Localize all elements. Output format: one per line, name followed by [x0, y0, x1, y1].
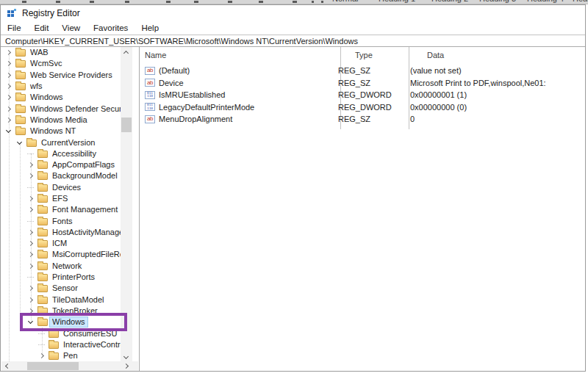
column-header-data[interactable]: Data — [426, 51, 444, 59]
title-bar[interactable]: Registry Editor — [1, 5, 585, 21]
tree-key-label: HostActivityManager — [50, 228, 121, 237]
tree-key-label: Windows Defender Security Ce — [28, 104, 121, 114]
tree-expander-icon[interactable] — [4, 70, 14, 81]
tree-key-row[interactable]: InteractiveControl — [1, 339, 121, 350]
tree-key-row[interactable]: Accessibility — [1, 148, 121, 159]
tree-key-row[interactable]: TokenBroker — [1, 306, 121, 317]
tree-expander-icon[interactable] — [26, 159, 36, 170]
value-name: MenuDropAlignment — [159, 115, 337, 123]
tree-key-label: Windows NT — [28, 126, 78, 136]
tree-expander-icon[interactable] — [26, 193, 36, 204]
tree-expander-icon[interactable] — [26, 294, 36, 306]
tree-vertical-scrollbar[interactable] — [121, 47, 132, 363]
tree-key-label: Pen — [61, 351, 80, 361]
tree-horizontal-scrollbar[interactable] — [1, 361, 138, 371]
tree-expander-icon[interactable] — [26, 170, 36, 181]
folder-icon — [37, 162, 48, 169]
menu-item[interactable]: File — [1, 24, 28, 32]
tree-expander-icon[interactable] — [26, 283, 36, 294]
folder-icon — [37, 240, 48, 247]
tree-key-row[interactable]: Network — [1, 261, 121, 272]
tree-key-row[interactable]: Web Service Providers — [1, 70, 121, 81]
clipped-toolbar-icon — [321, 1, 323, 3]
menu-item[interactable]: Help — [135, 24, 165, 32]
tree-key-row[interactable]: WAB — [1, 47, 121, 58]
tree-expander-icon[interactable] — [26, 227, 36, 238]
registry-value-row[interactable]: Device REG_SZ Microsoft Print to PDF,win… — [140, 77, 585, 90]
registry-path-input[interactable] — [1, 37, 585, 46]
tree-expander-icon[interactable] — [4, 115, 14, 126]
column-header-name[interactable]: Name — [145, 51, 354, 59]
tree-expander-icon[interactable] — [26, 261, 36, 272]
tree-key-row[interactable]: Devices — [1, 182, 121, 193]
folder-icon — [37, 184, 48, 192]
tree-key-label: Network — [50, 261, 84, 271]
tree-key-row[interactable]: Fonts — [1, 215, 121, 226]
tree-expander-icon[interactable] — [26, 148, 36, 159]
clipped-toolbar-icon — [293, 1, 297, 3]
key-tree-panel: WAB WcmSvc Web Service Providers — [1, 47, 140, 371]
menu-item[interactable]: Edit — [28, 24, 56, 32]
tree-expander-icon[interactable] — [37, 339, 47, 350]
tree-key-row[interactable]: Windows — [1, 92, 121, 103]
tree-expander-icon[interactable] — [4, 92, 14, 103]
tree-key-row[interactable]: Windows Defender Security Ce — [1, 103, 121, 114]
tree-key-row[interactable]: ICM — [1, 238, 121, 249]
tree-expander-icon[interactable] — [4, 81, 14, 92]
horizontal-scroll-thumb[interactable] — [27, 362, 79, 370]
tree-expander-icon[interactable] — [26, 182, 36, 193]
tree-key-row[interactable]: AppCompatFlags — [1, 159, 121, 170]
tree-expander-icon[interactable] — [4, 104, 14, 115]
tree-key-row[interactable]: BackgroundModel — [1, 170, 121, 181]
registry-value-row[interactable]: (Default) REG_SZ (value not set) — [140, 65, 585, 77]
clipped-toolbar-icon — [259, 1, 263, 3]
tree-expander-icon[interactable] — [4, 126, 14, 137]
tree-key-row[interactable]: HostActivityManager — [1, 227, 121, 238]
tree-key-row[interactable]: ConsumerESU — [1, 328, 121, 339]
tree-key-label: Sensor — [50, 283, 80, 293]
column-header-type[interactable]: Type — [354, 51, 426, 59]
tree-key-row[interactable]: Font Management — [1, 204, 121, 215]
folder-icon — [15, 72, 26, 79]
clipped-toolbar-icon — [194, 1, 198, 3]
tree-key-label: InteractiveControl — [61, 340, 121, 350]
scroll-right-arrow[interactable] — [121, 361, 132, 371]
tree-key-row[interactable]: Pen — [1, 350, 121, 361]
scroll-up-arrow[interactable] — [121, 47, 132, 58]
tree-key-row[interactable]: Sensor — [1, 283, 121, 294]
tree-key-row[interactable]: WcmSvc — [1, 58, 121, 69]
tree-expander-icon[interactable] — [26, 306, 36, 317]
registry-value-row[interactable]: IsMRUEstablished REG_DWORD 0x00000001 (1… — [140, 89, 585, 101]
tree-key-label: Windows — [50, 317, 87, 327]
main-area: WAB WcmSvc Web Service Providers — [1, 47, 585, 371]
menu-item[interactable]: Favorites — [87, 24, 135, 32]
menu-item[interactable]: View — [55, 24, 87, 32]
tree-expander-icon[interactable] — [15, 137, 25, 148]
tree-key-row[interactable]: CurrentVersion — [1, 137, 121, 148]
tree-key-row[interactable]: PrinterPorts — [1, 272, 121, 283]
tree-key-row[interactable]: Windows Media — [1, 115, 121, 126]
tree-key-row[interactable]: Windows — [1, 317, 121, 328]
tree-key-row[interactable]: MsiCorruptedFileRecovery — [1, 249, 121, 260]
tree-key-row[interactable]: EFS — [1, 193, 121, 204]
tree-expander-icon[interactable] — [26, 249, 36, 260]
tree-key-row[interactable]: Windows NT — [1, 126, 121, 137]
scroll-left-arrow[interactable] — [1, 361, 12, 371]
tree-expander-icon[interactable] — [4, 58, 14, 69]
tree-expander-icon[interactable] — [26, 317, 36, 328]
tree-expander-icon[interactable] — [26, 204, 36, 215]
background-style-label: Heading 3 — [479, 0, 516, 3]
tree-expander-icon[interactable] — [37, 328, 47, 339]
clipped-toolbar-icon — [90, 1, 94, 3]
tree-key-row[interactable]: wfs — [1, 81, 121, 92]
tree-expander-icon[interactable] — [26, 238, 36, 249]
tree-expander-icon[interactable] — [26, 272, 36, 283]
tree-key-row[interactable]: TileDataModel — [1, 294, 121, 306]
registry-value-row[interactable]: LegacyDefaultPrinterMode REG_DWORD 0x000… — [140, 101, 585, 114]
tree-expander-icon[interactable] — [4, 47, 14, 58]
registry-value-row[interactable]: MenuDropAlignment REG_SZ 0 — [140, 113, 585, 126]
tree-expander-icon[interactable] — [37, 350, 47, 361]
vertical-scroll-thumb[interactable] — [121, 118, 132, 132]
tree-expander-icon[interactable] — [26, 216, 36, 227]
background-style-label: Normal — [332, 0, 358, 3]
